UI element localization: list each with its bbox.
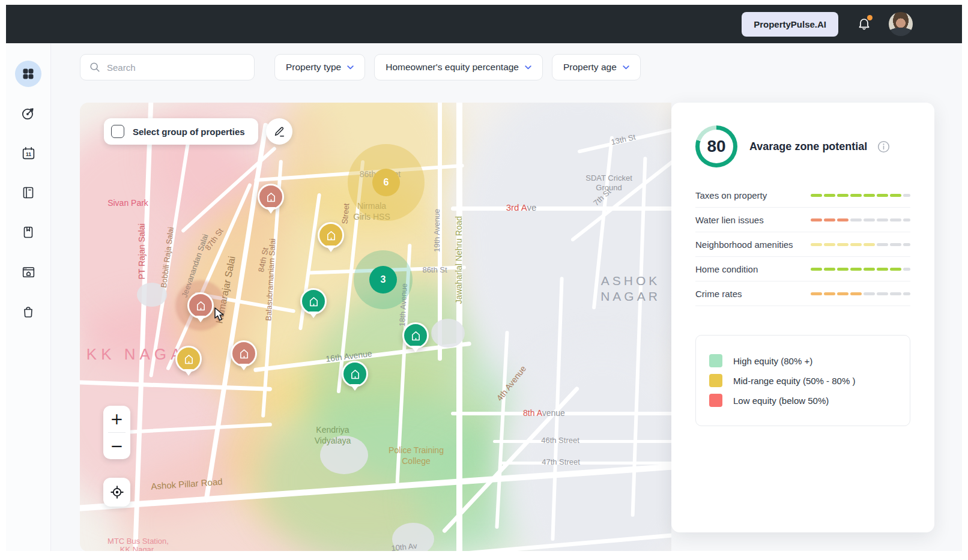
house-icon	[238, 348, 250, 360]
legend-swatch	[709, 374, 722, 387]
metric-segment	[850, 243, 862, 246]
sidebar-item-orders[interactable]	[15, 298, 41, 325]
filter-dropdown-label: Property age	[563, 62, 617, 73]
filter-dropdown-homeowner-s-equity-percentage[interactable]: Homeowner's equity percentage	[374, 54, 543, 80]
metric-segment	[864, 268, 875, 271]
map-open-area	[431, 319, 465, 348]
sidebar-item-goals[interactable]	[15, 100, 41, 127]
notification-dot	[867, 15, 873, 20]
metric-segment	[864, 243, 875, 246]
metric-segment	[837, 292, 849, 295]
filter-dropdown-property-age[interactable]: Property age	[552, 54, 641, 80]
house-icon	[307, 295, 320, 308]
crosshair-icon	[110, 485, 124, 499]
metric-row: Neighborhood amenities	[695, 232, 910, 257]
metric-segment	[890, 292, 901, 295]
map-place-label: Street	[340, 203, 351, 224]
zoom-out-button[interactable]: −	[103, 433, 130, 459]
chevron-down-icon	[347, 65, 354, 70]
metric-segment	[903, 243, 910, 246]
property-cluster[interactable]: 6	[372, 169, 400, 196]
filter-dropdown-property-type[interactable]: Property type	[274, 54, 365, 80]
map-place-label: Sivan Park	[107, 198, 148, 209]
user-avatar[interactable]	[889, 12, 913, 36]
calendar-day-label: 11	[25, 151, 31, 157]
property-pin-salmon[interactable]	[258, 184, 284, 210]
map-place-label: PT Rajan Salai	[137, 223, 148, 279]
metric-segment	[903, 292, 910, 295]
metric-segment	[850, 218, 862, 221]
notifications-button[interactable]	[856, 16, 872, 32]
house-icon	[325, 229, 337, 242]
calendar-icon: 11	[21, 146, 36, 161]
metric-segment	[890, 218, 901, 221]
map-place-label: KK Nagar	[120, 545, 154, 551]
score-value: 80	[695, 125, 737, 167]
metric-segment-bar	[811, 268, 910, 271]
metric-segment-bar	[811, 218, 910, 221]
map-place-label: Police Training College	[389, 445, 444, 466]
metric-segment	[850, 194, 862, 197]
map-canvas[interactable]: Sivan ParkPT Rajan SalaiBobbili Raja Sal…	[80, 103, 671, 551]
metric-segment	[837, 243, 849, 246]
sidebar-item-notes[interactable]	[15, 179, 41, 206]
metric-segment	[824, 218, 835, 221]
house-icon	[195, 300, 207, 312]
property-pin-green[interactable]	[300, 288, 327, 315]
sidebar-item-properties[interactable]	[15, 259, 41, 285]
sidebar-item-dashboard[interactable]	[15, 61, 41, 87]
property-pin-salmon[interactable]	[231, 340, 257, 367]
map-place-label: ASHOK NAGAR	[600, 273, 661, 305]
map-place-label: 19th Avenue	[432, 209, 442, 252]
metric-row: Home condition	[695, 257, 910, 282]
property-cluster[interactable]: 3	[369, 266, 397, 294]
metric-label: Neighborhood amenities	[695, 239, 811, 250]
legend-row: Mid-range equity (50% - 80% )	[709, 374, 897, 387]
map-place-label: 8th Avenue	[523, 408, 565, 419]
edit-selection-button[interactable]	[266, 118, 292, 145]
metric-label: Taxes on property	[695, 190, 811, 200]
metric-label: Crime rates	[695, 289, 811, 299]
search-input[interactable]	[107, 62, 246, 73]
select-group-control: Select group of properties	[104, 118, 258, 145]
map-zoom-control: + −	[103, 406, 130, 459]
sidebar-item-saved[interactable]	[15, 219, 41, 245]
sidebar-item-calendar[interactable]: 11	[15, 140, 41, 166]
property-pin-yellow[interactable]	[318, 222, 344, 248]
locate-me-button[interactable]	[103, 478, 130, 507]
pencil-icon	[273, 125, 286, 138]
metric-segment	[864, 292, 875, 295]
score-ring: 80	[695, 125, 737, 167]
metric-row: Water lien issues	[695, 208, 910, 232]
info-button[interactable]	[877, 140, 891, 154]
main-content: Property typeHomeowner's equity percenta…	[51, 43, 962, 551]
mouse-cursor	[213, 307, 226, 322]
zoom-in-button[interactable]: +	[103, 406, 130, 432]
property-home-icon	[21, 265, 36, 280]
metric-segment-bar	[811, 243, 910, 246]
search-box	[80, 54, 255, 80]
metric-segment	[850, 292, 862, 295]
legend-label: High equity (80% +)	[733, 356, 812, 366]
app-window: PropertyPulse.AI	[6, 5, 962, 551]
filter-bar: Property typeHomeowner's equity percenta…	[80, 54, 934, 80]
search-icon	[89, 61, 101, 73]
notebook-icon	[21, 185, 35, 200]
metric-segment-bar	[811, 292, 910, 295]
map-place-label: Jawaharlal Nehru Road	[454, 216, 465, 304]
street-line	[499, 462, 671, 465]
metric-segment	[837, 268, 849, 271]
select-group-checkbox[interactable]	[111, 125, 124, 138]
property-pin-green[interactable]	[402, 322, 429, 349]
map-place-label-part: 3rd A	[506, 202, 527, 212]
zone-metrics-list: Taxes on propertyWater lien issuesNeighb…	[695, 183, 910, 306]
info-icon	[877, 140, 891, 154]
property-pin-yellow[interactable]	[175, 346, 202, 372]
score-title: Avarage zone potential	[749, 140, 867, 153]
street-line	[493, 440, 671, 443]
brand-button[interactable]: PropertyPulse.AI	[742, 12, 838, 37]
score-row: 80 Avarage zone potential	[695, 125, 910, 167]
property-pin-green[interactable]	[342, 361, 368, 387]
property-pin-salmon[interactable]	[187, 292, 214, 319]
metric-segment	[811, 218, 822, 221]
